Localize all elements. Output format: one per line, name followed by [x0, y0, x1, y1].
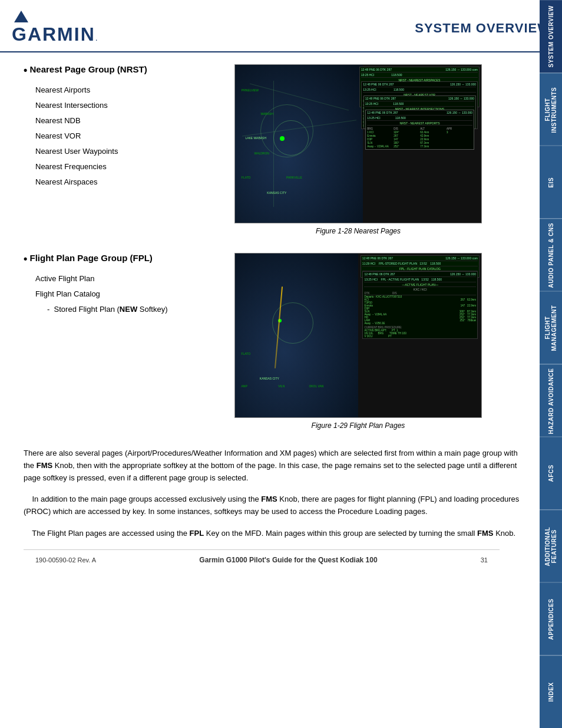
sidebar-tab-flight-management[interactable]: FLIGHT MANAGEMENT [540, 291, 562, 364]
list-item: Active Flight Plan [35, 271, 177, 286]
list-item: Nearest Intersections [35, 98, 177, 113]
bold-fms-1: FMS [37, 461, 52, 470]
sidebar-tab-system-overview[interactable]: SYSTEM OVERVIEW [540, 0, 562, 73]
flight-plan-page-group-title: • Flight Plan Page Group (FPL) [24, 253, 177, 265]
nearest-page-group-title: • Nearest Page Group (NRST) [24, 64, 177, 77]
list-item: Nearest Airports [35, 83, 177, 98]
page-title: SYSTEM OVERVIEW [415, 21, 550, 36]
sidebar-tab-audio-panel[interactable]: AUDIO PANEL & CNS [540, 219, 562, 292]
flight-plan-pages-figure: FLATO KANSAS CITY ANP VILN OKOL VAN 12:4 [194, 253, 522, 430]
nearest-page-items: Nearest Airports Nearest Intersections N… [24, 83, 177, 190]
footer-page-number: 31 [481, 556, 488, 564]
sidebar-tab-index[interactable]: INDEX [540, 655, 562, 729]
list-item: Nearest Airspaces [35, 174, 177, 190]
body-paragraph-1: There are also several pages (Airport/Pr… [24, 447, 522, 484]
body-paragraph-2: In addition to the main page groups acce… [24, 493, 522, 518]
bold-fms-2: FMS [261, 495, 277, 503]
flight-plan-page-items: Active Flight Plan Flight Plan Catalog -… [24, 271, 177, 317]
right-sidebar: SYSTEM OVERVIEW FLIGHT INSTRUMENTS EIS A… [540, 0, 562, 728]
garmin-logo-text: GARMIN [12, 24, 95, 45]
sidebar-tab-eis[interactable]: EIS [540, 146, 562, 219]
figure-1-29-caption: Figure 1-29 Flight Plan Pages [312, 421, 405, 430]
nearest-page-group-left: • Nearest Page Group (NRST) Nearest Airp… [24, 64, 177, 235]
footer-left: 190-00590-02 Rev. A [35, 556, 96, 564]
list-item: Nearest NDB [35, 113, 177, 129]
garmin-logo: GARMIN. [12, 11, 98, 45]
list-item: Nearest User Waypoints [35, 144, 177, 159]
garmin-triangle-icon [14, 11, 28, 22]
list-item-stored: - Stored Flight Plan (NEW Softkey) [35, 302, 177, 317]
bold-fms-3: FMS [477, 529, 493, 538]
sidebar-tab-hazard-avoidance[interactable]: HAZARD AVOIDANCE [540, 364, 562, 437]
sidebar-tab-flight-instruments[interactable]: FLIGHT INSTRUMENTS [540, 73, 562, 146]
flight-plan-page-group-left: • Flight Plan Page Group (FPL) Active Fl… [24, 253, 177, 430]
garmin-logo-dot: . [95, 33, 98, 42]
figure-1-28-image: PRNELVIEW WALDRON PARKVILLE FLATO KANSAS… [234, 64, 482, 223]
body-paragraph-3: The Flight Plan pages are accessed using… [24, 528, 522, 540]
main-content: • Nearest Page Group (NRST) Nearest Airp… [0, 52, 540, 582]
sidebar-tab-afcs[interactable]: AFCS [540, 437, 562, 510]
bullet-icon: • [24, 64, 27, 76]
footer-center: Garmin G1000 Pilot's Guide for the Quest… [199, 556, 377, 564]
list-item: Nearest VOR [35, 129, 177, 144]
figure-1-28-container: PRNELVIEW WALDRON PARKVILLE FLATO KANSAS… [194, 64, 522, 235]
bullet-icon: • [24, 253, 27, 265]
flight-plan-page-group-section: • Flight Plan Page Group (FPL) Active Fl… [24, 253, 522, 430]
sidebar-tab-additional-features[interactable]: ADDITIONAL FEATURES [540, 510, 562, 583]
bold-fpl: FPL [190, 529, 204, 538]
figure-1-29-container: FLATO KANSAS CITY ANP VILN OKOL VAN 12:4 [194, 253, 522, 430]
page-footer: 190-00590-02 Rev. A Garmin G1000 Pilot's… [24, 549, 500, 570]
page-header: GARMIN. SYSTEM OVERVIEW [0, 0, 562, 52]
figure-1-29-image: FLATO KANSAS CITY ANP VILN OKOL VAN 12:4 [234, 253, 482, 418]
nearest-pages-figure: PRNELVIEW WALDRON PARKVILLE FLATO KANSAS… [194, 64, 522, 235]
nearest-page-group-section: • Nearest Page Group (NRST) Nearest Airp… [24, 64, 522, 235]
figure-1-28-caption: Figure 1-28 Nearest Pages [316, 227, 401, 235]
sidebar-tab-appendices[interactable]: APPENDICES [540, 582, 562, 655]
list-item: Nearest Frequencies [35, 159, 177, 174]
list-item: Flight Plan Catalog [35, 286, 177, 302]
